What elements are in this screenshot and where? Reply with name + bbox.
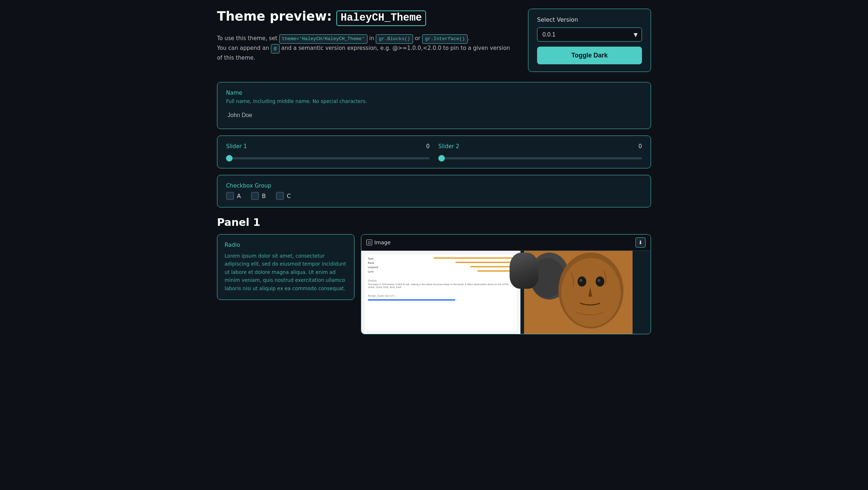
page-container: Theme preview: HaleyCH_Theme To use this… — [217, 9, 651, 334]
header-section: Theme preview: HaleyCH_Theme To use this… — [217, 9, 651, 72]
mockup-range-section: Range_Scale (out of r... — [368, 291, 514, 301]
usage-line1-or: or — [415, 35, 421, 42]
mockup-label-leopard: Leopard — [368, 266, 378, 269]
image-icon: ⊡ — [366, 240, 372, 245]
usage-line1-mid: in — [369, 35, 374, 42]
toggle-dark-button[interactable]: Toggle Dark — [537, 47, 642, 64]
slider1-header: Slider 1 0 — [226, 143, 430, 150]
mockup-range-label: Range_Scale (out of r... — [368, 295, 397, 297]
slider2-value: 0 — [638, 143, 642, 150]
checkbox-item-c[interactable]: C — [276, 192, 291, 200]
download-button[interactable]: ⬇ — [635, 237, 646, 248]
svg-point-7 — [579, 279, 582, 282]
checkbox-label-b: B — [262, 193, 266, 199]
mockup-bar-1 — [434, 257, 514, 259]
version-select[interactable]: 0.0.1 — [537, 27, 642, 42]
slider2-input[interactable] — [438, 157, 642, 159]
checkbox-box-b — [251, 192, 259, 200]
ui-mockup-inner: Type Rank Leopard — [365, 254, 517, 330]
mockup-output-label: Output — [368, 279, 376, 282]
mockup-output-text: The tower is 324 metres (1,063 ft) tall,… — [368, 283, 514, 289]
mockup-row-2: Rank — [368, 262, 514, 265]
image-panel-header: ⊡ Image ⬇ — [361, 235, 651, 251]
mockup-bar-2 — [455, 262, 514, 263]
name-sublabel: Full name, including middle name. No spe… — [226, 98, 642, 104]
page-title: Theme preview: HaleyCH_Theme — [217, 9, 426, 26]
mockup-output-section: Output The tower is 324 metres (1,063 ft… — [368, 276, 514, 289]
usage-code4: @ — [271, 44, 280, 53]
title-prefix: Theme preview: — [217, 9, 332, 23]
panel1-title: Panel 1 — [217, 216, 651, 228]
sliders-row: Slider 1 0 Slider 2 0 — [226, 143, 642, 161]
svg-point-6 — [596, 276, 604, 287]
slider2-header: Slider 2 0 — [438, 143, 642, 150]
groot-area — [506, 251, 651, 334]
version-label: Select Version — [537, 16, 642, 23]
panel1-content: Radio Lorem ipsum dolor sit amet, consec… — [217, 234, 651, 334]
mockup-label-rank: Rank — [368, 262, 374, 265]
checkbox-group-label: Checkbox Group — [226, 182, 642, 189]
usage-line3: of this theme. — [217, 55, 255, 61]
groot-head-bg — [510, 253, 539, 289]
usage-line2-after: and a semantic version expression, e.g. … — [281, 45, 510, 51]
slider1-input[interactable] — [226, 157, 430, 159]
title-row: Theme preview: HaleyCH_Theme — [217, 9, 528, 30]
name-card: Name Full name, including middle name. N… — [217, 82, 651, 129]
image-tab: ⊡ Image — [366, 240, 391, 245]
name-input[interactable] — [226, 109, 642, 121]
mockup-row-1: Type — [368, 257, 514, 260]
name-label: Name — [226, 90, 642, 96]
slider1-group: Slider 1 0 — [226, 143, 430, 161]
checkbox-item-b[interactable]: B — [251, 192, 266, 200]
checkbox-card: Checkbox Group A B C — [217, 175, 651, 207]
checkbox-box-a — [226, 192, 234, 200]
checkbox-item-a[interactable]: A — [226, 192, 241, 200]
usage-code1: theme='HaleyCH/HaleyCH_Theme' — [279, 34, 367, 44]
slider1-value: 0 — [426, 143, 430, 150]
usage-line2-before: You can append an — [217, 45, 269, 51]
usage-code3: gr.Interface() — [422, 34, 468, 44]
sliders-card: Slider 1 0 Slider 2 0 — [217, 136, 651, 168]
checkbox-label-c: C — [287, 193, 291, 199]
version-select-wrapper: 0.0.1 ▼ — [537, 27, 642, 42]
slider1-label: Slider 1 — [226, 143, 247, 150]
slider2-label: Slider 2 — [438, 143, 459, 150]
header-left: Theme preview: HaleyCH_Theme To use this… — [217, 9, 528, 63]
mockup-label-lynx: Lynx — [368, 270, 374, 273]
theme-name-badge: HaleyCH_Theme — [336, 10, 426, 26]
svg-point-8 — [597, 279, 600, 282]
svg-point-5 — [578, 276, 586, 287]
image-tab-label: Image — [374, 240, 391, 245]
slider2-group: Slider 2 0 — [438, 143, 642, 161]
download-icon: ⬇ — [638, 240, 643, 245]
ui-mockup: Type Rank Leopard — [361, 251, 520, 334]
mockup-row-4: Lynx — [368, 270, 514, 273]
usage-line1-before: To use this theme, set — [217, 35, 277, 42]
checkbox-label-a: A — [237, 193, 241, 199]
checkbox-box-c — [276, 192, 284, 200]
usage-code2: gr.Blocks() — [376, 34, 413, 44]
mockup-label-type: Type — [368, 257, 374, 260]
usage-text: To use this theme, set theme='HaleyCH/Ha… — [217, 34, 514, 63]
radio-card-text: Lorem ipsum dolor sit amet, consectetur … — [225, 252, 347, 292]
image-panel: ⊡ Image ⬇ Type — [361, 234, 651, 334]
checkbox-group-row: A B C — [226, 192, 642, 200]
image-placeholder: Type Rank Leopard — [361, 251, 651, 334]
version-panel: Select Version 0.0.1 ▼ Toggle Dark — [528, 9, 651, 72]
mockup-range-bar — [368, 299, 455, 301]
radio-card: Radio Lorem ipsum dolor sit amet, consec… — [217, 234, 354, 300]
radio-card-title: Radio — [225, 242, 347, 248]
panel1-section: Panel 1 Radio Lorem ipsum dolor sit amet… — [217, 216, 651, 334]
mockup-row-3: Leopard — [368, 266, 514, 269]
